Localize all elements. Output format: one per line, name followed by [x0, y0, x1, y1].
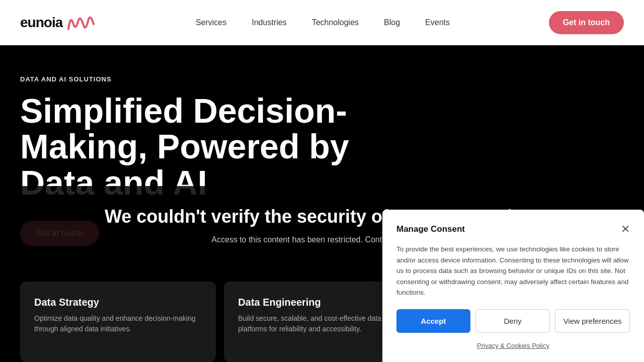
nav-industries[interactable]: Industries — [252, 18, 286, 27]
hero-tag: DATA AND AI SOLUTIONS — [20, 75, 624, 83]
modal-actions: Accept Deny View preferences — [396, 309, 630, 333]
nav-links: Services Industries Technologies Blog Ev… — [196, 18, 450, 27]
nav-events[interactable]: Events — [425, 18, 450, 27]
card-title-0: Data Strategy — [34, 297, 202, 308]
modal-footer: Privacy & Cookies Policy — [396, 341, 630, 350]
modal-title: Manage Consent — [396, 224, 465, 234]
privacy-policy-link[interactable]: Privacy & Cookies Policy — [477, 342, 549, 349]
card-data-strategy: Data Strategy Optimize data quality and … — [20, 282, 216, 362]
card-title-1: Data Engineering — [238, 297, 406, 308]
logo-text: eunoia — [20, 15, 62, 31]
modal-header: Manage Consent ✕ — [396, 224, 630, 235]
nav-technologies[interactable]: Technologies — [312, 18, 359, 27]
card-desc-1: Build secure, scalable, and cost-effecti… — [238, 313, 406, 334]
modal-body: To provide the best experiences, we use … — [396, 244, 630, 298]
nav-cta-button[interactable]: Get in touch — [549, 11, 624, 34]
nav-services[interactable]: Services — [196, 18, 226, 27]
logo-wave-icon — [66, 10, 97, 35]
nav-blog[interactable]: Blog — [384, 18, 400, 27]
logo[interactable]: eunoia — [20, 10, 97, 35]
consent-modal: Manage Consent ✕ To provide the best exp… — [382, 210, 644, 362]
navbar: eunoia Services Industries Technologies … — [0, 0, 644, 45]
consent-accept-button[interactable]: Accept — [396, 309, 470, 333]
card-desc-0: Optimize data quality and enhance decisi… — [34, 313, 202, 334]
modal-close-button[interactable]: ✕ — [621, 224, 630, 235]
consent-deny-button[interactable]: Deny — [475, 309, 550, 333]
consent-preferences-button[interactable]: View preferences — [555, 309, 630, 333]
hero-title: Simplified Decision-Making, Powered by D… — [20, 93, 397, 201]
